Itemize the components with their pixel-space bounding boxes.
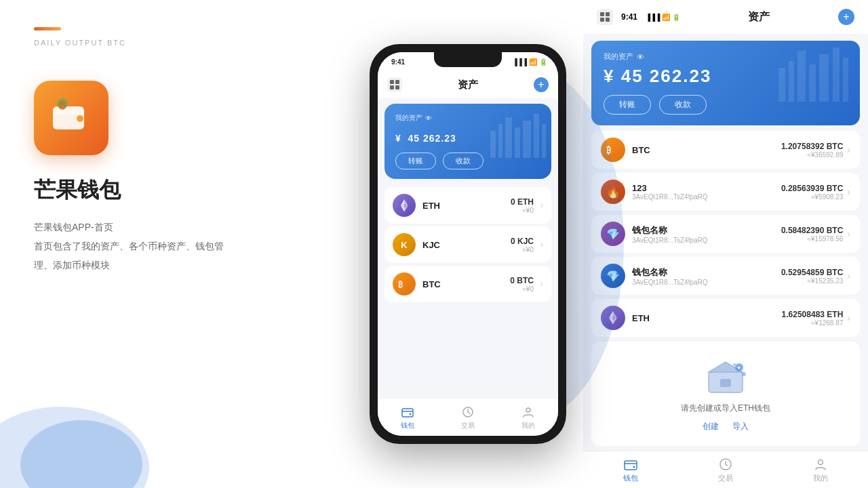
right-coin-approx: ≈¥5908.23: [781, 193, 843, 201]
svg-point-50: [742, 372, 746, 376]
right-coin-item[interactable]: 🔥1233AvEQt1R8...TsZ4fpaRQ0.28563939 BTC≈…: [591, 173, 860, 211]
right-coin-item[interactable]: 💎钱包名称3AvEQt1R8...TsZ4fpaRQ0.52954859 BTC…: [591, 257, 860, 295]
phone-tab-label: 交易: [461, 421, 475, 430]
phone-tab-交易[interactable]: 交易: [460, 405, 475, 430]
phone-receive-button[interactable]: 收款: [443, 152, 484, 169]
phone-header-title: 资产: [458, 79, 478, 92]
svg-rect-32: [789, 61, 794, 102]
svg-rect-1: [53, 110, 84, 115]
right-empty-eth-box: + 请先创建或导入ETH钱包 创建 导入: [591, 342, 860, 446]
right-chevron-icon: ›: [847, 144, 850, 155]
phone-tab-我的[interactable]: 我的: [521, 405, 536, 430]
svg-marker-42: [609, 318, 613, 325]
phone-tab-钱包[interactable]: 钱包: [400, 405, 415, 430]
phone-coin-approx: ≈¥0: [511, 207, 534, 214]
right-coin-item[interactable]: 💎钱包名称3AvEQt1R8...TsZ4fpaRQ0.58482390 BTC…: [591, 215, 860, 253]
chevron-right-icon: ›: [540, 279, 543, 289]
phone-coin-item[interactable]: ETH0 ETH≈¥0›: [384, 187, 551, 224]
right-grid-icon[interactable]: [597, 9, 613, 25]
phone-coin-name: BTC: [422, 279, 441, 289]
right-receive-button[interactable]: 收款: [659, 95, 707, 115]
right-coin-item[interactable]: ETH1.62508483 ETH≈¥1268.87›: [591, 299, 860, 337]
svg-rect-9: [490, 131, 496, 158]
phone-coin-item[interactable]: KKJC0 KJC≈¥0›: [384, 226, 551, 263]
svg-rect-37: [843, 58, 848, 102]
svg-text:₿: ₿: [398, 280, 403, 289]
app-desc-line1: 芒果钱包APP-首页: [34, 222, 113, 232]
right-tab-icon: [718, 457, 733, 472]
svg-point-24: [410, 413, 412, 415]
add-button[interactable]: +: [534, 77, 549, 92]
phone-coin-name: ETH: [422, 201, 440, 211]
svg-rect-10: [498, 124, 502, 158]
right-coin-item[interactable]: ₿BTC1.20758392 BTC≈¥36592.89›: [591, 131, 860, 169]
right-tab-我的[interactable]: 我的: [813, 457, 828, 483]
phone-screen: 9:41 ▐▐▐ 📶 🔋 资产 +: [378, 52, 558, 436]
svg-rect-27: [600, 12, 604, 16]
right-tab-交易[interactable]: 交易: [718, 457, 733, 483]
right-tab-icon: [813, 457, 828, 472]
eye-icon: 👁: [425, 115, 432, 122]
phone-time: 9:41: [391, 58, 405, 66]
svg-text:₿: ₿: [606, 145, 611, 155]
phone-coin-approx: ≈¥0: [511, 246, 534, 253]
phone-coin-amount: 0 ETH: [511, 197, 534, 207]
right-header-left: 9:41 ▐▐▐ 📶 🔋: [597, 9, 680, 25]
empty-box-icon: +: [702, 355, 749, 396]
chevron-right-icon: ›: [540, 240, 543, 249]
signal-icon: ▐▐▐: [513, 58, 527, 66]
svg-point-51: [733, 363, 736, 366]
svg-rect-33: [797, 51, 806, 102]
right-coin-approx: ≈¥36592.89: [781, 151, 843, 159]
svg-rect-47: [720, 379, 731, 387]
right-coin-name: BTC: [632, 145, 650, 155]
subtitle: DAILY OUTPUT BTC: [34, 39, 319, 47]
svg-point-55: [818, 460, 823, 464]
phone-coin-name: KJC: [422, 240, 440, 250]
phone-coin-amount: 0 BTC: [510, 276, 534, 285]
right-coin-approx: ≈¥1268.87: [782, 319, 844, 327]
right-tab-钱包[interactable]: 钱包: [623, 457, 638, 483]
phone-mockup: 9:41 ▐▐▐ 📶 🔋 资产 +: [370, 44, 566, 444]
app-icon: [34, 81, 108, 155]
wifi-icon: 📶: [529, 58, 537, 66]
svg-point-26: [526, 408, 530, 412]
grid-icon[interactable]: [387, 77, 402, 92]
phone-tab-icon: [400, 405, 415, 420]
svg-rect-15: [542, 124, 546, 158]
app-desc-line2: 首页包含了我的资产、各个币种资产、钱包管: [34, 241, 224, 251]
chevron-right-icon: ›: [540, 201, 543, 210]
right-coin-list: ₿BTC1.20758392 BTC≈¥36592.89›🔥1233AvEQt1…: [583, 125, 868, 338]
svg-marker-40: [609, 311, 613, 318]
phone-notch: [434, 52, 502, 67]
svg-rect-36: [833, 47, 840, 102]
svg-rect-52: [625, 461, 637, 470]
right-coin-amount: 1.20758392 BTC: [781, 142, 843, 151]
right-panel: 9:41 ▐▐▐ 📶 🔋 资产 + 我的资产 👁 ¥ 45 262.23 转账 …: [583, 0, 868, 488]
right-coin-name: 钱包名称: [632, 266, 708, 279]
right-create-link[interactable]: 创建: [703, 421, 719, 432]
right-transfer-button[interactable]: 转账: [604, 95, 651, 115]
phone-coin-list: ETH0 ETH≈¥0›KKJC0 KJC≈¥0›₿BTC0 BTC≈¥0›: [378, 179, 558, 398]
right-chevron-icon: ›: [847, 312, 850, 323]
svg-rect-5: [390, 80, 394, 84]
phone-coin-approx: ≈¥0: [510, 285, 534, 293]
right-import-link[interactable]: 导入: [732, 421, 749, 432]
phone-coin-item[interactable]: ₿BTC0 BTC≈¥0›: [384, 266, 551, 302]
svg-rect-31: [778, 68, 785, 102]
right-coin-amount: 0.28563939 BTC: [781, 184, 843, 193]
svg-marker-18: [404, 205, 408, 211]
right-tab-label: 钱包: [623, 473, 638, 483]
svg-rect-8: [395, 85, 399, 89]
right-chevron-icon: ›: [847, 228, 850, 239]
svg-point-4: [58, 100, 66, 110]
svg-rect-7: [390, 85, 394, 89]
right-header-title: 资产: [748, 10, 770, 24]
phone-coin-amount: 0 KJC: [511, 237, 534, 246]
svg-marker-17: [401, 199, 404, 205]
svg-point-2: [77, 115, 83, 122]
phone-transfer-button[interactable]: 转账: [395, 152, 436, 169]
right-tab-label: 我的: [813, 473, 828, 483]
right-add-button[interactable]: +: [838, 9, 854, 25]
right-coin-amount: 0.52954859 BTC: [781, 268, 843, 277]
